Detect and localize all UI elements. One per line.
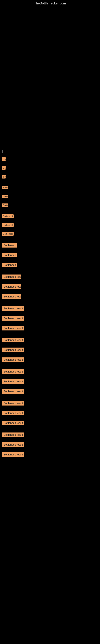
list-item: Bottleneck result — [0, 201, 100, 210]
bottleneck-badge[interactable]: Bottleneck result — [2, 348, 24, 352]
list-item: Bottleneck result — [0, 314, 100, 324]
bottleneck-badge[interactable]: Bottleneck result — [2, 274, 21, 279]
list-item: Bottleneck result — [0, 399, 100, 408]
list-item: Bottleneck result — [0, 184, 100, 192]
site-title: TheBottlenecker.com — [0, 0, 100, 7]
bottleneck-badge[interactable]: Bottleneck result — [2, 338, 24, 342]
bottleneck-badge[interactable]: Bottleneck result — [2, 166, 6, 170]
list-item: Bottleneck result — [0, 221, 100, 230]
site-header: TheBottlenecker.com — [0, 0, 100, 7]
list-item: Bottleneck result — [0, 260, 100, 270]
list-item: Bottleneck result — [0, 192, 100, 201]
list-item: Bottleneck result — [0, 164, 100, 173]
list-item: Bottleneck result — [0, 250, 100, 260]
bottleneck-badge[interactable]: Bottleneck result — [2, 223, 14, 227]
list-item: Bottleneck result — [0, 345, 100, 355]
bottleneck-badge[interactable]: Bottleneck result — [2, 214, 14, 218]
list-item: Bottleneck result — [0, 408, 100, 418]
list-item: Bottleneck result — [0, 212, 100, 221]
cursor-line: | — [0, 148, 100, 155]
list-item: Bottleneck result — [0, 272, 100, 282]
bottleneck-badge[interactable]: Bottleneck result — [2, 379, 24, 384]
bottleneck-badge[interactable]: Bottleneck result — [2, 420, 24, 425]
list-item: Bottleneck result — [0, 440, 100, 450]
bottleneck-badge[interactable]: Bottleneck result — [2, 389, 24, 394]
list-item: Bottleneck result — [0, 355, 100, 365]
bottleneck-badge[interactable]: Bottleneck result — [2, 442, 24, 447]
list-item: Bottleneck result — [0, 173, 100, 182]
list-item: Bottleneck result — [0, 430, 100, 440]
bottleneck-badge[interactable]: Bottleneck result — [2, 194, 8, 198]
list-item: Bottleneck result — [0, 387, 100, 397]
bottleneck-badge[interactable]: Bottleneck result — [2, 306, 24, 311]
bottleneck-badge[interactable]: Bottleneck result — [2, 452, 24, 457]
bottleneck-badge[interactable]: Bottleneck result — [2, 175, 6, 178]
bottleneck-badge[interactable]: Bottleneck result — [2, 411, 24, 416]
items-container: Bottleneck resultBottleneck resultBottle… — [0, 155, 100, 460]
bottleneck-badge[interactable]: Bottleneck result — [2, 369, 24, 374]
list-item: Bottleneck result — [0, 336, 100, 345]
list-item: Bottleneck result — [0, 155, 100, 164]
bottleneck-badge[interactable]: Bottleneck result — [2, 243, 17, 248]
list-item: Bottleneck result — [0, 324, 100, 334]
list-item: Bottleneck result — [0, 282, 100, 292]
bottleneck-badge[interactable]: Bottleneck result — [2, 326, 24, 330]
list-item: Bottleneck result — [0, 292, 100, 302]
bottleneck-badge[interactable]: Bottleneck result — [2, 432, 24, 437]
bottleneck-badge[interactable]: Bottleneck result — [2, 284, 21, 289]
bottleneck-badge[interactable]: Bottleneck result — [2, 358, 24, 362]
bottleneck-badge[interactable]: Bottleneck result — [2, 253, 17, 258]
list-item: Bottleneck result — [0, 450, 100, 460]
list-item: Bottleneck result — [0, 418, 100, 428]
bottleneck-badge[interactable]: Bottleneck result — [2, 401, 24, 406]
list-item: Bottleneck result — [0, 230, 100, 239]
bottleneck-badge[interactable]: Bottleneck result — [2, 157, 6, 161]
list-item: Bottleneck result — [0, 377, 100, 387]
list-item: Bottleneck result — [0, 367, 100, 377]
bottleneck-badge[interactable]: Bottleneck result — [2, 232, 14, 236]
list-item: Bottleneck result — [0, 241, 100, 250]
bottleneck-badge[interactable]: Bottleneck result — [2, 316, 24, 320]
bottleneck-badge[interactable]: Bottleneck result — [2, 186, 8, 190]
page-container: TheBottlenecker.com | Bottleneck resultB… — [0, 0, 100, 460]
list-item: Bottleneck result — [0, 304, 100, 314]
bottleneck-badge[interactable]: Bottleneck result — [2, 263, 17, 267]
chart-area — [0, 7, 100, 148]
bottleneck-badge[interactable]: Bottleneck result — [2, 204, 8, 207]
bottleneck-badge[interactable]: Bottleneck result — [2, 294, 21, 299]
